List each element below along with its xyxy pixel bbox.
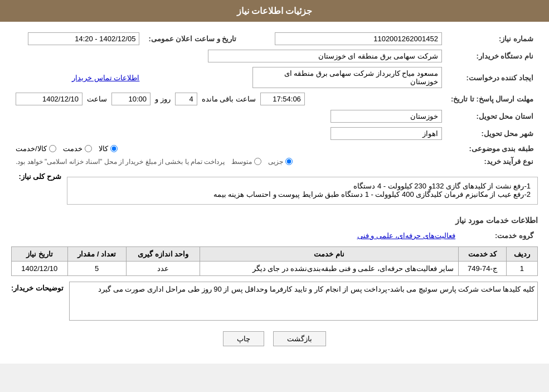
cell-code: ج-74-749 <box>459 262 507 276</box>
process-note: پرداخت تمام یا بخشی از مبلغ خریدار از مح… <box>16 158 225 166</box>
print-button[interactable]: چاپ <box>223 331 264 346</box>
category-option-kala-khedmat[interactable]: کالا/خدمت <box>16 144 56 153</box>
table-row: 1 ج-74-749 سایر فعالیت‌های حرفه‌ای، علمی… <box>12 262 538 276</box>
category-option-khedmat-label: خدمت <box>63 144 82 153</box>
remaining-time-value: 17:54:06 <box>260 93 305 105</box>
need-summary-line2: 2-رفع عیب از مکانیزم فرمان کلیدگازی 400 … <box>74 190 531 199</box>
process-option-motaset-label: متوسط <box>231 158 252 166</box>
deadline-day-value: 4 <box>175 93 197 105</box>
group-label: گروه خدمت: <box>460 229 538 242</box>
category-option-kala[interactable]: کالا <box>99 144 118 153</box>
deadline-day-label: روز و <box>155 95 171 103</box>
creator-label: ایجاد کننده درخواست: <box>446 65 538 90</box>
col-service: نام خدمت <box>200 247 459 262</box>
need-number-field: 1102001262001452 <box>275 32 442 45</box>
need-summary-content: 1-رفع نشت از کلیدهای گازی 132و 230 کیلوو… <box>67 177 538 205</box>
cell-service: سایر فعالیت‌های حرفه‌ای، علمی و فنی طبقه… <box>200 262 459 276</box>
col-code: کد خدمت <box>459 247 507 262</box>
deadline-label: مهلت ارسال پاسخ: تا تاریخ: <box>446 90 538 108</box>
org-name-value: شرکت سهامی برق منطقه ای خوزستان <box>208 50 442 62</box>
need-number-value: 1102001262001452 <box>252 30 446 47</box>
datetime-value: 1402/12/05 - 14:20 <box>28 32 139 45</box>
datetime-label: تاریخ و ساعت اعلان عمومی: <box>144 30 241 47</box>
province-label: استان محل تحویل: <box>446 108 538 125</box>
category-label: طبقه بندی موضوعی: <box>446 142 538 155</box>
process-label: نوع فرآیند خرید: <box>446 155 538 168</box>
process-option-jozii[interactable]: جزیی <box>268 158 293 166</box>
col-unit: واحد اندازه گیری <box>126 247 200 262</box>
category-radio-khedmat[interactable] <box>85 145 92 152</box>
category-radio-group: کالا/خدمت خدمت کالا <box>16 144 442 153</box>
page-header: جزئیات اطلاعات نیاز <box>0 0 549 22</box>
cell-unit: عدد <box>126 262 200 276</box>
creator-value: مسعود میاح کاربرداز شرکت سهامی برق منطقه… <box>252 67 442 88</box>
category-option-kala-label: کالا <box>99 144 108 153</box>
need-summary-line1: 1-رفع نشت از کلیدهای گازی 132و 230 کیلوو… <box>74 182 531 190</box>
remaining-time-label: ساعت باقی مانده <box>202 95 256 103</box>
cell-date: 1402/12/10 <box>12 262 68 276</box>
services-section-title: اطلاعات خدمات مورد نیاز <box>11 216 538 225</box>
deadline-time-label: ساعت <box>87 95 107 103</box>
category-radio-kala[interactable] <box>110 145 118 152</box>
deadline-time: 10:00 <box>111 93 150 105</box>
category-radio-kala-khedmat[interactable] <box>49 145 56 152</box>
category-option-khedmat[interactable]: خدمت <box>63 144 92 153</box>
action-buttons: بازگشت چاپ <box>11 331 538 346</box>
city-value: اهواز <box>331 127 442 140</box>
col-row: ردیف <box>506 247 537 262</box>
col-quantity: تعداد / مقدار <box>67 247 126 262</box>
cell-row: 1 <box>506 262 537 276</box>
need-number-label: شماره نیاز: <box>446 30 538 47</box>
org-name-label: نام دستگاه خریدار: <box>446 47 538 65</box>
back-button[interactable]: بازگشت <box>273 331 326 346</box>
city-label: شهر محل تحویل: <box>446 125 538 142</box>
buyer-notes-label: توضیحات خریدار: <box>11 282 64 292</box>
deadline-date: 1402/12/10 <box>16 93 82 105</box>
province-value: خوزستان <box>331 110 442 123</box>
group-value[interactable]: فعالیت‌های حرفه‌ای، علمی و فنی <box>357 231 455 240</box>
buyer-notes-textarea[interactable] <box>69 282 538 321</box>
need-summary-label: شرح کلی نیاز: <box>11 172 61 181</box>
process-option-motaset[interactable]: متوسط <box>231 158 261 166</box>
contact-link[interactable]: اطلاعات تماس خریدار <box>72 74 139 82</box>
col-date: تاریخ نیاز <box>12 247 68 262</box>
services-table: ردیف کد خدمت نام خدمت واحد اندازه گیری ت… <box>11 246 538 276</box>
cell-quantity: 5 <box>67 262 126 276</box>
process-option-jozii-label: جزیی <box>268 158 283 166</box>
category-option-kala-khedmat-label: کالا/خدمت <box>16 144 47 153</box>
process-radio-jozii[interactable] <box>285 158 293 165</box>
process-radio-motaset[interactable] <box>254 158 261 165</box>
